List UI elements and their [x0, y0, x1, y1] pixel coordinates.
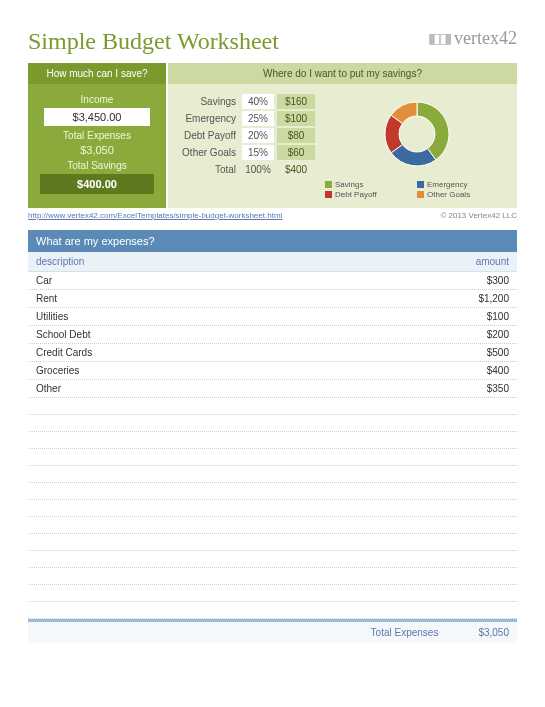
total-savings-label: Total Savings — [36, 160, 158, 171]
allocation-pct-input[interactable]: 25% — [242, 111, 274, 126]
chart-legend: SavingsEmergencyDebt PayoffOther Goals — [325, 180, 509, 200]
allocation-panel-header: Where do I want to put my savings? — [168, 63, 517, 84]
copyright-text: © 2013 Vertex42 LLC — [440, 211, 517, 220]
expense-row[interactable]: Credit Cards$500 — [28, 344, 517, 362]
expense-row[interactable]: Other$350 — [28, 380, 517, 398]
allocation-row: Savings40%$160 — [180, 94, 315, 109]
expense-row[interactable]: Utilities$100 — [28, 308, 517, 326]
expense-desc: Utilities — [36, 311, 68, 322]
expenses-header: What are my expenses? — [28, 230, 517, 252]
expense-row-blank[interactable] — [28, 517, 517, 534]
expense-amount: $500 — [487, 347, 509, 358]
savings-panel-header: How much can I save? — [28, 63, 166, 84]
expense-amount: $300 — [487, 275, 509, 286]
legend-item: Other Goals — [417, 190, 509, 199]
allocation-table: Savings40%$160 Emergency25%$100 Debt Pay… — [180, 94, 315, 200]
expense-row[interactable]: Rent$1,200 — [28, 290, 517, 308]
income-value[interactable]: $3,450.00 — [44, 108, 150, 126]
expense-row-blank[interactable] — [28, 602, 517, 619]
expense-amount: $200 — [487, 329, 509, 340]
legend-item: Debt Payoff — [325, 190, 417, 199]
allocation-row: Other Goals15%$60 — [180, 145, 315, 160]
expense-row[interactable]: Car$300 — [28, 272, 517, 290]
allocation-panel: Where do I want to put my savings? Savin… — [168, 63, 517, 208]
allocation-row: Debt Payoff20%$80 — [180, 128, 315, 143]
expense-row-blank[interactable] — [28, 568, 517, 585]
expense-row-blank[interactable] — [28, 534, 517, 551]
expense-desc: Other — [36, 383, 61, 394]
allocation-pct-input[interactable]: 20% — [242, 128, 274, 143]
allocation-pct-input[interactable]: 40% — [242, 94, 274, 109]
expense-desc: School Debt — [36, 329, 90, 340]
total-savings-value: $400.00 — [40, 174, 154, 194]
allocation-donut-chart — [377, 94, 457, 174]
expense-desc: Groceries — [36, 365, 79, 376]
legend-item: Savings — [325, 180, 417, 189]
expenses-table: Car$300Rent$1,200Utilities$100School Deb… — [28, 272, 517, 619]
expense-desc: Rent — [36, 293, 57, 304]
expense-desc: Credit Cards — [36, 347, 92, 358]
expense-row-blank[interactable] — [28, 432, 517, 449]
expense-desc: Car — [36, 275, 52, 286]
page-title: Simple Budget Worksheet — [28, 28, 279, 55]
expense-row[interactable]: School Debt$200 — [28, 326, 517, 344]
expense-row-blank[interactable] — [28, 551, 517, 568]
expense-row-blank[interactable] — [28, 585, 517, 602]
total-expenses-label: Total Expenses — [36, 130, 158, 141]
income-label: Income — [36, 94, 158, 105]
expense-amount: $400 — [487, 365, 509, 376]
expense-row-blank[interactable] — [28, 483, 517, 500]
allocation-total-row: Total100%$400 — [180, 162, 315, 177]
total-expenses-value: $3,050 — [36, 144, 158, 156]
expense-row-blank[interactable] — [28, 500, 517, 517]
expense-amount: $1,200 — [478, 293, 509, 304]
expenses-total-row: Total Expenses $3,050 — [28, 622, 517, 643]
expense-amount: $100 — [487, 311, 509, 322]
expense-row-blank[interactable] — [28, 415, 517, 432]
expense-row[interactable]: Groceries$400 — [28, 362, 517, 380]
logo: ◧◨vertex42 — [428, 28, 517, 49]
allocation-row: Emergency25%$100 — [180, 111, 315, 126]
legend-item: Emergency — [417, 180, 509, 189]
expenses-column-header: description amount — [28, 252, 517, 272]
expense-row-blank[interactable] — [28, 466, 517, 483]
source-link[interactable]: http://www.vertex42.com/ExcelTemplates/s… — [28, 211, 282, 220]
expense-row-blank[interactable] — [28, 398, 517, 415]
allocation-pct-input[interactable]: 15% — [242, 145, 274, 160]
expense-row-blank[interactable] — [28, 449, 517, 466]
expense-amount: $350 — [487, 383, 509, 394]
savings-summary-panel: How much can I save? Income $3,450.00 To… — [28, 63, 166, 208]
